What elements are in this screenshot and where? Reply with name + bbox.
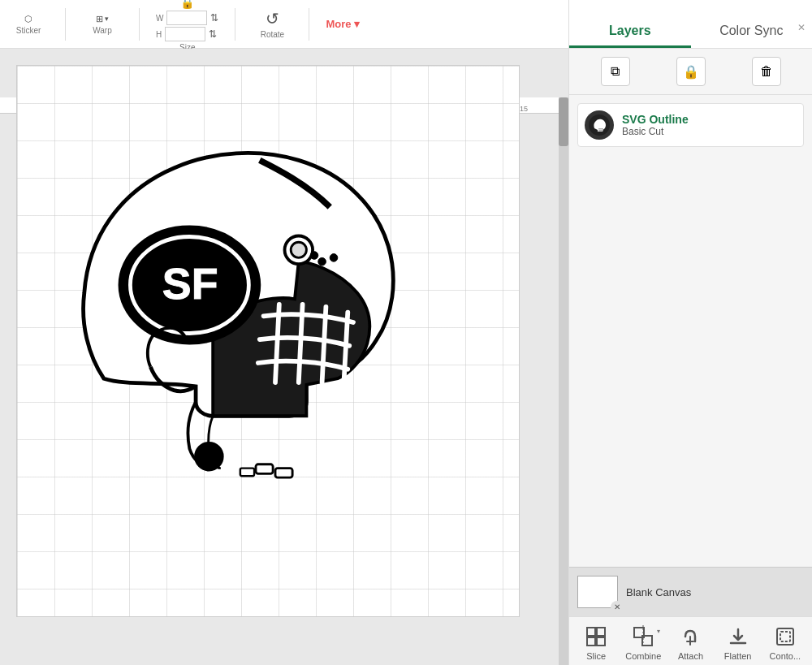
rotate-tool[interactable]: ↺ Rotate: [252, 9, 292, 39]
svg-rect-17: [598, 128, 603, 130]
white-mat: SF: [16, 65, 520, 617]
combine-arrow-icon: ▾: [657, 628, 660, 635]
panel-tool-copy[interactable]: ⧉: [601, 57, 630, 86]
svg-point-12: [310, 252, 318, 260]
size-w-label: W: [156, 14, 163, 23]
flatten-label: Flatten: [724, 651, 752, 661]
warp-icon: ⊞: [96, 14, 103, 24]
action-contour[interactable]: Conto...: [765, 624, 806, 661]
tab-layers[interactable]: Layers: [569, 15, 691, 48]
svg-text:SF: SF: [162, 259, 218, 308]
size-tool: 🔒 W ⇅ H ⇅ Size: [156, 0, 218, 52]
toolbar-divider-2: [139, 8, 140, 41]
svg-rect-30: [780, 632, 790, 641]
lock-layer-icon: 🔒: [683, 64, 699, 80]
tab-colorsync-close[interactable]: ✕: [797, 22, 806, 33]
action-flatten[interactable]: Flatten: [718, 624, 758, 661]
slice-icon: [584, 624, 608, 649]
canvas-close-icon[interactable]: ✕: [611, 602, 623, 613]
sticker-tool[interactable]: ⬡ Sticker: [8, 14, 49, 35]
vertical-scrollbar[interactable]: [559, 97, 568, 665]
toolbar-divider-3: [235, 8, 235, 41]
slice-label: Slice: [586, 651, 606, 661]
flatten-icon: [726, 624, 750, 649]
canvas-name: Blank Canvas: [626, 586, 691, 598]
panel-toolbar: ⧉ 🔒 🗑: [569, 49, 812, 95]
svg-point-10: [318, 257, 326, 266]
layer-icon: [585, 110, 614, 140]
tab-colorsync-label: Color Sync: [719, 24, 783, 37]
canvas-selector: ✕ Blank Canvas: [569, 567, 812, 616]
svg-rect-15: [240, 469, 254, 477]
action-slice[interactable]: Slice: [576, 624, 616, 661]
rotate-label: Rotate: [261, 30, 284, 39]
bottom-action-bar: Slice Combine ▾ Attach: [569, 616, 812, 665]
right-panel: Layers Color Sync ✕ ⧉ 🔒 🗑: [568, 0, 812, 665]
helmet-image: SF: [41, 90, 431, 480]
delete-icon: 🗑: [760, 64, 773, 79]
combine-icon: [631, 624, 655, 649]
svg-rect-19: [587, 628, 595, 636]
tab-layers-label: Layers: [609, 24, 651, 37]
svg-rect-18: [598, 130, 603, 132]
ruler-tick-15: 15: [520, 105, 528, 113]
lock-icon[interactable]: 🔒: [180, 0, 194, 9]
canvas-area[interactable]: 8 9 10 11 12 13 14 15 SF: [0, 49, 568, 665]
warp-tool[interactable]: ⊞ ▾ Warp: [82, 14, 123, 35]
svg-rect-22: [597, 637, 605, 646]
layer-name: SVG Outline: [622, 113, 689, 126]
copy-icon: ⧉: [611, 64, 620, 79]
size-w-arrows[interactable]: ⇅: [210, 12, 218, 24]
combine-label: Combine: [625, 651, 661, 661]
toolbar-divider-4: [309, 8, 309, 41]
contour-label: Conto...: [770, 651, 801, 661]
toolbar-divider-1: [65, 8, 66, 41]
size-h-input[interactable]: [165, 27, 205, 41]
svg-rect-13: [256, 464, 273, 474]
svg-point-11: [330, 254, 338, 262]
rotate-icon: ↺: [266, 9, 279, 28]
attach-label: Attach: [678, 651, 703, 661]
svg-rect-20: [597, 628, 605, 636]
sticker-icon: ⬡: [24, 14, 32, 24]
layer-type: Basic Cut: [622, 126, 689, 137]
layers-list: SVG Outline Basic Cut: [569, 95, 812, 567]
toolbar: ⬡ Sticker ⊞ ▾ Warp 🔒 W ⇅ H ⇅ Size: [0, 0, 568, 49]
scrollbar-thumb[interactable]: [559, 97, 568, 146]
layer-info: SVG Outline Basic Cut: [622, 113, 689, 137]
svg-rect-21: [587, 637, 595, 646]
layer-item[interactable]: SVG Outline Basic Cut: [577, 103, 804, 147]
panel-tool-lock[interactable]: 🔒: [676, 57, 706, 86]
warp-arrow: ▾: [105, 15, 109, 23]
contour-icon: [773, 624, 797, 649]
panel-tabs: Layers Color Sync ✕: [569, 0, 812, 49]
size-h-label: H: [156, 30, 162, 39]
warp-label: Warp: [93, 26, 112, 35]
attach-icon: [678, 624, 702, 649]
more-label: More: [326, 18, 351, 30]
size-h-arrows[interactable]: ⇅: [209, 28, 217, 40]
action-combine[interactable]: Combine ▾: [623, 624, 663, 661]
sticker-label: Sticker: [16, 26, 41, 35]
svg-point-8: [291, 242, 306, 257]
size-w-input[interactable]: [166, 11, 207, 25]
more-arrow: ▾: [354, 18, 360, 30]
action-attach[interactable]: Attach: [670, 624, 710, 661]
svg-rect-14: [275, 469, 292, 478]
panel-tool-delete[interactable]: 🗑: [752, 57, 781, 86]
tab-colorsync[interactable]: Color Sync ✕: [691, 15, 813, 48]
more-button[interactable]: More ▾: [326, 18, 359, 30]
